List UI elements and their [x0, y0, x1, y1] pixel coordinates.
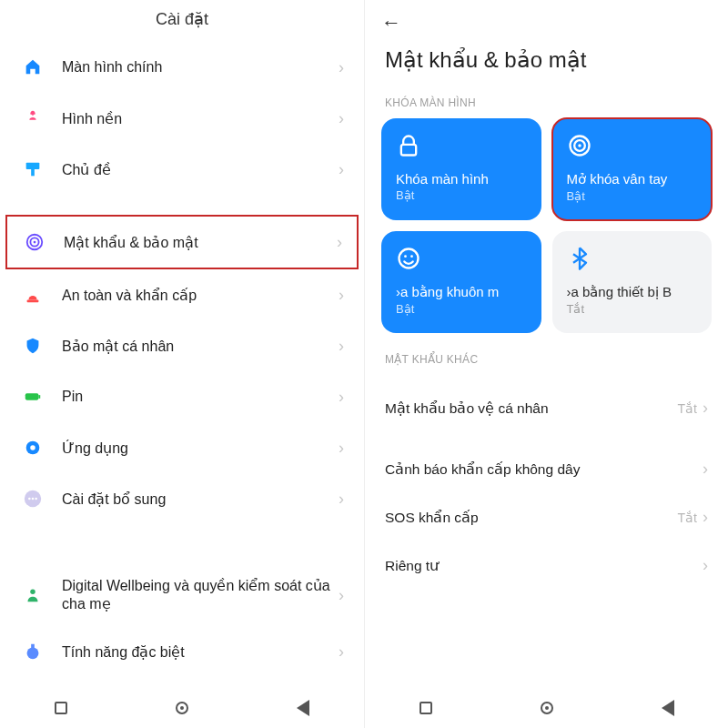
settings-item-wellbeing[interactable]: Digital Wellbeing và quyền kiểm soát của…: [0, 564, 364, 626]
tile-face-unlock[interactable]: ›a bằng khuôn m Bật: [381, 231, 541, 333]
nav-home-button[interactable]: [538, 699, 556, 717]
svg-rect-17: [401, 145, 416, 156]
chevron-right-icon: ›: [339, 388, 344, 407]
nav-back-button[interactable]: [659, 699, 677, 717]
tile-title: Mở khóa vân tay: [567, 171, 698, 187]
svg-rect-16: [31, 644, 35, 650]
svg-point-15: [27, 647, 39, 659]
settings-item-password-security[interactable]: Mật khẩu & bảo mật ›: [5, 215, 359, 269]
settings-item-label: Chủ đề: [62, 161, 339, 178]
tile-status: Bật: [567, 189, 698, 203]
settings-item-label: Digital Wellbeing và quyền kiểm soát của…: [62, 577, 339, 613]
security-screen: ← Mật khẩu & bảo mật KHÓA MÀN HÌNH Khóa …: [364, 0, 728, 728]
chevron-right-icon: ›: [339, 439, 344, 458]
tile-fingerprint-unlock[interactable]: Mở khóa vân tay Bật: [552, 118, 713, 220]
settings-item-apps[interactable]: Ứng dụng ›: [0, 422, 364, 473]
tile-bluetooth-unlock[interactable]: ›a bằng thiết bị B Tắt: [552, 231, 713, 333]
nav-recent-button[interactable]: [52, 699, 70, 717]
lock-icon: [396, 133, 421, 158]
settings-item-label: Tính năng đặc biệt: [62, 643, 339, 661]
row-value: Tắt: [678, 511, 697, 525]
page-title: Mật khẩu & bảo mật: [365, 36, 728, 89]
tile-screen-lock[interactable]: Khóa màn hình Bật: [381, 118, 541, 220]
svg-point-12: [32, 498, 35, 500]
row-label: Riêng tư: [385, 558, 697, 574]
settings-item-privacy[interactable]: Bảo mật cá nhân ›: [0, 320, 364, 371]
chevron-right-icon: ›: [339, 337, 344, 356]
settings-item-label: Hình nền: [62, 110, 339, 127]
row-privacy-password[interactable]: Mật khẩu bảo vệ cá nhân Tắt ›: [365, 384, 728, 432]
chevron-right-icon: ›: [703, 399, 708, 418]
back-button[interactable]: ←: [381, 11, 401, 34]
chevron-right-icon: ›: [339, 58, 344, 77]
android-nav-bar: [365, 688, 728, 728]
svg-point-4: [34, 241, 36, 244]
svg-rect-5: [27, 300, 39, 303]
settings-item-battery[interactable]: Pin ›: [0, 371, 364, 422]
svg-rect-7: [38, 395, 40, 399]
tile-title: ›a bằng thiết bị B: [567, 284, 698, 300]
svg-point-23: [410, 255, 413, 258]
lock-tiles: Khóa màn hình Bật Mở khóa vân tay Bật ›a…: [365, 118, 728, 333]
settings-item-special[interactable]: Tính năng đặc biệt ›: [0, 626, 364, 677]
settings-item-label: Ứng dụng: [62, 440, 339, 457]
gear-icon: [20, 435, 46, 460]
svg-point-9: [30, 445, 35, 450]
potion-icon: [20, 639, 46, 664]
settings-item-label: An toàn và khẩn cấp: [62, 287, 339, 304]
settings-item-safety-emergency[interactable]: An toàn và khẩn cấp ›: [0, 269, 364, 320]
nav-back-button[interactable]: [294, 699, 312, 717]
dots-icon: [20, 486, 46, 511]
tile-title: Khóa màn hình: [396, 171, 527, 187]
wellbeing-icon: [20, 582, 46, 608]
svg-point-13: [35, 498, 37, 500]
row-label: Mật khẩu bảo vệ cá nhân: [385, 400, 678, 417]
svg-point-20: [578, 144, 581, 147]
security-rows: Mật khẩu bảo vệ cá nhân Tắt › Cảnh báo k…: [365, 375, 728, 590]
settings-item-label: Pin: [62, 389, 339, 405]
svg-point-22: [404, 255, 407, 258]
chevron-right-icon: ›: [703, 508, 708, 527]
siren-icon: [20, 282, 46, 308]
row-label: SOS khẩn cấp: [385, 510, 678, 526]
chevron-right-icon: ›: [339, 490, 344, 509]
flower-icon: [20, 106, 46, 131]
chevron-right-icon: ›: [703, 556, 708, 575]
svg-rect-1: [31, 169, 35, 176]
settings-item-themes[interactable]: Chủ đề ›: [0, 144, 364, 195]
tile-status: Bật: [396, 302, 527, 316]
settings-item-wallpaper[interactable]: Hình nền ›: [0, 93, 364, 144]
settings-item-label: Bảo mật cá nhân: [62, 338, 339, 355]
section-screen-lock-label: KHÓA MÀN HÌNH: [365, 89, 728, 118]
tile-status: Tắt: [567, 302, 698, 316]
row-value: Tắt: [678, 401, 697, 416]
row-sos[interactable]: SOS khẩn cấp Tắt ›: [365, 493, 728, 541]
svg-point-21: [399, 249, 419, 268]
chevron-right-icon: ›: [337, 233, 342, 252]
row-label: Cảnh báo khẩn cấp không dây: [385, 461, 697, 478]
fingerprint-ring-icon: [567, 133, 592, 158]
face-icon: [396, 246, 421, 271]
battery-icon: [20, 384, 46, 410]
chevron-right-icon: ›: [339, 109, 344, 128]
settings-item-additional[interactable]: Cài đặt bổ sung ›: [0, 473, 364, 524]
settings-item-label: Mật khẩu & bảo mật: [64, 234, 337, 251]
nav-recent-button[interactable]: [417, 699, 435, 717]
settings-list: Màn hình chính › Hình nền › Chủ đề › Mật…: [0, 42, 364, 688]
bluetooth-icon: [567, 246, 592, 271]
settings-title: Cài đặt: [0, 0, 364, 42]
row-private[interactable]: Riêng tư ›: [365, 541, 728, 590]
section-other-passwords-label: MẬT KHẨU KHÁC: [365, 346, 728, 375]
nav-home-button[interactable]: [173, 699, 191, 717]
shield-icon: [20, 333, 46, 359]
android-nav-bar: [0, 688, 364, 728]
row-wireless-alert[interactable]: Cảnh báo khẩn cấp không dây ›: [365, 445, 728, 493]
svg-rect-6: [25, 393, 39, 399]
svg-point-11: [28, 498, 31, 500]
svg-rect-0: [26, 163, 40, 169]
chevron-right-icon: ›: [339, 642, 344, 662]
fingerprint-icon: [22, 229, 47, 255]
settings-item-home[interactable]: Màn hình chính ›: [0, 42, 364, 93]
tile-title: ›a bằng khuôn m: [396, 284, 527, 300]
chevron-right-icon: ›: [339, 286, 344, 305]
